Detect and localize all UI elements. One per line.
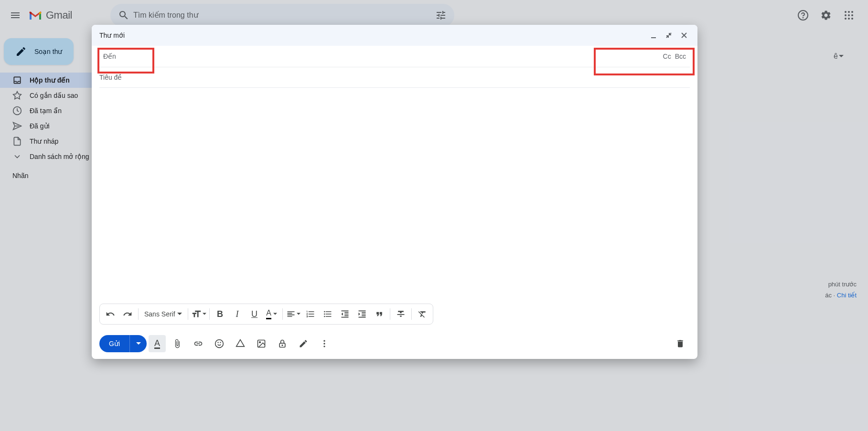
bold-button[interactable]: B [212, 305, 229, 323]
quote-icon [375, 309, 384, 319]
gmail-logo[interactable]: Gmail [29, 9, 72, 21]
svg-point-6 [848, 14, 850, 16]
send-icon [12, 121, 22, 131]
discard-draft-button[interactable] [671, 334, 690, 353]
tune-icon [435, 10, 447, 21]
input-method-dropdown[interactable]: ê [834, 51, 857, 62]
details-link[interactable]: Chi tiết [837, 292, 857, 299]
send-button[interactable]: Gửi [99, 335, 129, 352]
format-toolbar: Sans Serif B I U A [99, 304, 433, 325]
indent-less-button[interactable] [336, 305, 354, 323]
window-controls [648, 30, 690, 41]
activity-info: phút trước ác · Chi tiết [825, 279, 857, 301]
attach-file-button[interactable] [168, 334, 187, 353]
svg-point-28 [323, 346, 325, 347]
activity-line2: ác · Chi tiết [825, 290, 857, 301]
svg-point-25 [282, 345, 283, 346]
insert-photo-button[interactable] [252, 334, 271, 353]
to-label[interactable]: Đến [99, 50, 120, 63]
to-input[interactable] [120, 53, 659, 60]
font-name: Sans Serif [144, 310, 175, 318]
attachment-icon [172, 339, 182, 348]
more-options-button[interactable] [315, 334, 334, 353]
svg-point-3 [848, 11, 850, 13]
insert-drive-button[interactable] [231, 334, 250, 353]
main-menu-button[interactable] [4, 4, 27, 27]
svg-point-5 [845, 14, 847, 16]
close-icon [681, 32, 687, 39]
hamburger-icon [10, 10, 21, 21]
numbered-list-button[interactable] [302, 305, 319, 323]
message-body[interactable] [92, 88, 697, 304]
minimize-button[interactable] [648, 30, 659, 41]
inbox-icon [12, 75, 22, 85]
search-button[interactable] [114, 6, 133, 25]
compose-header: Thư mới [92, 25, 697, 46]
emoji-icon [214, 339, 224, 348]
compose-button[interactable]: Soạn thư [4, 38, 74, 65]
more-vert-icon [320, 339, 329, 348]
apps-button[interactable] [839, 6, 858, 25]
separator [411, 308, 412, 320]
nav-label: Có gắn dấu sao [30, 92, 78, 99]
insert-emoji-button[interactable] [210, 334, 229, 353]
underline-button[interactable]: U [246, 305, 263, 323]
indent-more-button[interactable] [354, 305, 371, 323]
link-icon [193, 339, 203, 348]
indent-decrease-icon [340, 309, 350, 319]
dropdown-arrow-icon [273, 312, 277, 316]
gmail-m-icon [29, 10, 42, 21]
svg-point-7 [851, 14, 853, 16]
bcc-toggle[interactable]: Bcc [675, 53, 686, 60]
redo-button[interactable] [119, 305, 136, 323]
svg-point-20 [218, 342, 218, 343]
strikethrough-button[interactable] [392, 305, 409, 323]
svg-point-23 [259, 342, 261, 343]
svg-point-9 [848, 18, 850, 20]
nav-label: Thư nháp [30, 137, 58, 145]
gear-icon [820, 10, 832, 21]
formatting-toggle-button[interactable]: A [149, 335, 166, 352]
confidential-mode-button[interactable] [273, 334, 292, 353]
search-options-button[interactable] [431, 6, 450, 25]
font-family-select[interactable]: Sans Serif [140, 310, 186, 318]
search-bar [110, 4, 454, 27]
lock-clock-icon [278, 339, 287, 348]
cc-toggle[interactable]: Cc [663, 53, 671, 60]
quote-button[interactable] [371, 305, 388, 323]
align-button[interactable] [285, 305, 302, 323]
compose-window: Thư mới Đến Cc Bcc [92, 25, 697, 359]
search-input[interactable] [133, 11, 431, 20]
pen-icon [299, 339, 308, 348]
help-button[interactable] [793, 6, 813, 25]
nav-label: Đã gửi [30, 122, 50, 130]
image-icon [257, 339, 266, 348]
fullscreen-exit-button[interactable] [663, 30, 675, 41]
send-options-button[interactable] [129, 335, 147, 352]
gmail-text: Gmail [46, 9, 72, 21]
subject-input[interactable] [99, 74, 690, 81]
text-color-button[interactable]: A [263, 305, 280, 323]
bullet-list-button[interactable] [319, 305, 336, 323]
font-size-icon [191, 309, 202, 319]
undo-button[interactable] [102, 305, 119, 323]
align-left-icon [286, 309, 296, 319]
compose-label: Soạn thư [34, 48, 62, 55]
clear-format-button[interactable] [414, 305, 431, 323]
svg-point-2 [845, 11, 847, 13]
svg-point-19 [215, 340, 224, 348]
pencil-icon [15, 46, 27, 57]
settings-button[interactable] [816, 6, 836, 25]
undo-icon [106, 309, 115, 319]
header-right [793, 6, 864, 25]
chevron-down-icon [12, 152, 22, 161]
insert-signature-button[interactable] [294, 334, 313, 353]
close-button[interactable] [678, 30, 690, 41]
nav-label: Hộp thư đến [30, 76, 70, 84]
clear-format-icon [418, 309, 427, 319]
numbered-list-icon [306, 309, 315, 319]
font-size-button[interactable] [190, 305, 207, 323]
insert-link-button[interactable] [189, 334, 208, 353]
italic-button[interactable]: I [229, 305, 246, 323]
apps-grid-icon [843, 10, 855, 21]
